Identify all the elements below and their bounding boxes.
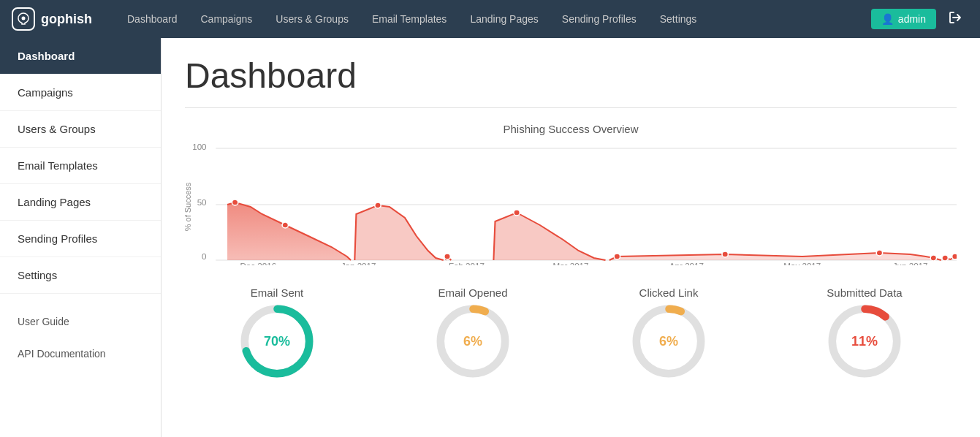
svg-text:Jun 2017: Jun 2017 [893,262,928,265]
svg-point-24 [942,255,948,261]
donut-submitted-data: 11% [828,305,901,378]
svg-point-17 [375,202,381,208]
nav-users-groups[interactable]: Users & Groups [264,0,360,38]
svg-text:Jan 2017: Jan 2017 [341,262,376,265]
svg-point-15 [232,200,238,205]
stat-label-email-opened: Email Opened [438,286,507,299]
logout-button[interactable] [942,7,968,31]
svg-point-23 [930,255,936,261]
svg-point-20 [614,254,620,259]
logo[interactable]: gophish [12,7,92,31]
nav-landing-pages[interactable]: Landing Pages [458,0,550,38]
stat-submitted-data: Submitted Data 11% [772,286,957,378]
svg-point-0 [22,17,26,20]
sidebar-api-docs[interactable]: API Documentation [0,338,161,370]
stat-cards: Email Sent 70% Email Opened [185,286,957,378]
sidebar-item-settings[interactable]: Settings [0,257,161,294]
line-chart-svg: 100 50 0 % of Success Dec 2016 Jan 2017 … [185,141,957,265]
donut-email-opened: 6% [436,305,509,378]
logo-icon [12,7,35,31]
svg-point-22 [876,250,882,256]
sidebar-user-guide[interactable]: User Guide [0,305,161,338]
svg-point-16 [282,222,288,228]
chart-container: Phishing Success Overview 100 50 0 % of … [185,123,957,269]
svg-text:Apr 2017: Apr 2017 [669,262,704,265]
stat-label-submitted-data: Submitted Data [827,286,902,299]
svg-text:% of Success: % of Success [185,182,193,231]
admin-button[interactable]: 👤 admin [871,9,936,29]
stat-label-email-sent: Email Sent [251,286,304,299]
sidebar-item-users-groups[interactable]: Users & Groups [0,111,161,148]
sidebar-item-sending-profiles[interactable]: Sending Profiles [0,221,161,257]
topnav-right: 👤 admin [871,7,968,31]
divider [185,107,957,108]
donut-clicked-link: 6% [632,305,705,378]
svg-point-19 [514,210,520,216]
top-navigation: gophish Dashboard Campaigns Users & Grou… [0,0,980,38]
sidebar-item-email-templates[interactable]: Email Templates [0,148,161,184]
sidebar: Dashboard Campaigns Users & Groups Email… [0,38,162,437]
logo-text: gophish [41,12,92,27]
donut-value-email-sent: 70% [264,334,290,349]
main-layout: Dashboard Campaigns Users & Groups Email… [0,38,980,437]
nav-sending-profiles[interactable]: Sending Profiles [550,0,648,38]
nav-dashboard[interactable]: Dashboard [115,0,189,38]
admin-label: admin [898,13,926,25]
stat-clicked-link: Clicked Link 6% [577,286,761,378]
sidebar-item-campaigns[interactable]: Campaigns [0,75,161,111]
svg-point-21 [722,251,728,257]
svg-text:0: 0 [202,252,206,261]
main-content: Dashboard Phishing Success Overview 100 … [162,38,980,437]
page-title: Dashboard [185,56,957,96]
nav-links: Dashboard Campaigns Users & Groups Email… [115,0,871,38]
stat-email-sent: Email Sent 70% [185,286,369,378]
nav-email-templates[interactable]: Email Templates [360,0,458,38]
svg-text:50: 50 [197,198,207,207]
sidebar-item-landing-pages[interactable]: Landing Pages [0,184,161,221]
chart-title: Phishing Success Overview [185,123,957,135]
stat-label-clicked-link: Clicked Link [639,286,699,299]
donut-value-submitted-data: 11% [851,334,878,349]
nav-settings[interactable]: Settings [648,0,709,38]
svg-text:Feb 2017: Feb 2017 [449,262,485,265]
donut-email-sent: 70% [240,305,314,378]
donut-value-clicked-link: 6% [659,334,678,349]
user-icon: 👤 [881,13,894,25]
svg-point-25 [952,254,957,259]
svg-text:Dec 2016: Dec 2016 [240,262,276,265]
svg-text:100: 100 [192,142,206,151]
svg-point-18 [444,254,450,259]
svg-text:May 2017: May 2017 [783,262,821,265]
nav-campaigns[interactable]: Campaigns [189,0,265,38]
sidebar-item-dashboard[interactable]: Dashboard [0,38,161,75]
chart-wrap: 100 50 0 % of Success Dec 2016 Jan 2017 … [185,141,957,265]
donut-value-email-opened: 6% [463,334,482,349]
svg-text:Mar 2017: Mar 2017 [552,262,588,265]
stat-email-opened: Email Opened 6% [381,286,565,378]
